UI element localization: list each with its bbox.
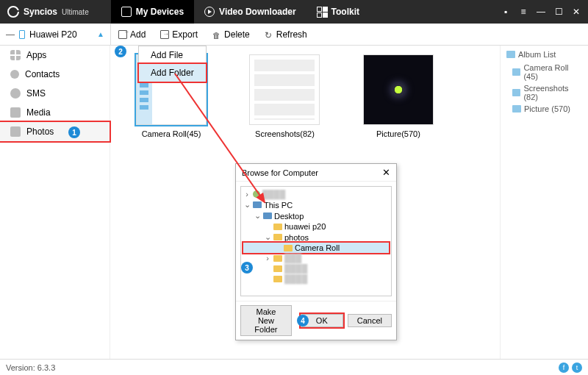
eject-icon[interactable]: ▲ bbox=[97, 30, 104, 38]
dialog-body: ›████ ⌄This PC ⌄Desktop huawei p20 ⌄phot… bbox=[236, 182, 396, 301]
add-icon bbox=[118, 30, 127, 39]
delete-button[interactable]: Delete bbox=[205, 24, 257, 45]
facebook-icon[interactable]: f bbox=[559, 362, 569, 373]
tree-row-desktop[interactable]: ⌄Desktop bbox=[243, 210, 389, 221]
apps-icon bbox=[10, 50, 21, 60]
cancel-button[interactable]: Cancel bbox=[348, 314, 392, 327]
social-links: f t bbox=[559, 362, 582, 373]
top-nav: My Devices Video Downloader Toolkit bbox=[111, 0, 370, 24]
add-file-item[interactable]: Add File bbox=[139, 46, 206, 64]
twitter-icon[interactable]: t bbox=[572, 362, 582, 373]
album-thumb bbox=[363, 54, 434, 125]
album-thumb bbox=[249, 54, 320, 125]
app-edition: Ultimate bbox=[62, 8, 89, 16]
refresh-icon bbox=[265, 30, 273, 39]
sidebar-item-media[interactable]: Media bbox=[0, 103, 110, 122]
sms-icon bbox=[10, 88, 21, 99]
album-label: Screenshots(82) bbox=[255, 129, 315, 138]
minimize-button[interactable]: — bbox=[537, 7, 545, 16]
play-icon bbox=[204, 7, 215, 17]
tree-row[interactable]: ›███ bbox=[243, 253, 389, 263]
close-button[interactable]: ✕ bbox=[572, 7, 581, 16]
add-label: Add bbox=[130, 29, 146, 40]
album-list-title-text: Album List bbox=[518, 50, 556, 59]
tree-row[interactable]: huawei p20 bbox=[243, 221, 389, 232]
folder-icon bbox=[273, 224, 282, 230]
device-name: Huawei P20 bbox=[29, 29, 77, 40]
tree-row[interactable]: ████ bbox=[243, 263, 389, 274]
browse-dialog: Browse for Computer ✕ ›████ ⌄This PC ⌄De… bbox=[235, 163, 397, 340]
album-label: Picture(570) bbox=[376, 129, 420, 138]
tree-row-this-pc[interactable]: ⌄This PC bbox=[243, 199, 389, 210]
album-list-title: Album List bbox=[506, 50, 582, 59]
version-text: Version: 6.3.3 bbox=[6, 363, 55, 372]
tree-row[interactable]: ████ bbox=[243, 274, 389, 284]
album-label: Camera Roll(45) bbox=[142, 129, 201, 138]
folder-icon bbox=[512, 89, 520, 96]
app-name: Syncios bbox=[24, 7, 57, 17]
add-button[interactable]: Add bbox=[111, 24, 153, 45]
sidebar-item-apps[interactable]: Apps bbox=[0, 46, 110, 65]
delete-label: Delete bbox=[224, 29, 250, 40]
device-phone-icon bbox=[19, 30, 25, 39]
pc-icon bbox=[253, 201, 262, 208]
refresh-label: Refresh bbox=[276, 29, 307, 40]
callout-badge-4: 4 bbox=[297, 315, 309, 326]
sidebar-item-sms[interactable]: SMS bbox=[0, 84, 110, 103]
sidebar-item-contacts[interactable]: Contacts bbox=[0, 65, 110, 84]
nav-video-downloader[interactable]: Video Downloader bbox=[194, 0, 306, 24]
tree-label: huawei p20 bbox=[284, 222, 326, 231]
folder-icon bbox=[273, 234, 282, 240]
album-screenshots[interactable]: Screenshots(82) bbox=[237, 54, 332, 138]
folder-icon bbox=[273, 255, 282, 262]
sidebar-item-label: Media bbox=[26, 107, 51, 118]
album-list-panel: Album List Camera Roll (45) Screenshots … bbox=[500, 46, 588, 359]
callout-badge-2: 2 bbox=[115, 46, 126, 57]
album-list-label: Screenshots (82) bbox=[523, 84, 582, 101]
tree-label: photos bbox=[284, 233, 309, 242]
user-icon bbox=[253, 190, 260, 198]
album-list-item[interactable]: Screenshots (82) bbox=[506, 82, 582, 103]
sidebar-item-label: Photos bbox=[26, 126, 54, 137]
feedback-icon[interactable]: ▪ bbox=[501, 7, 510, 16]
tree-row-camera-roll[interactable]: Camera Roll bbox=[243, 243, 389, 253]
album-list-item[interactable]: Picture (570) bbox=[506, 103, 582, 115]
nav-toolkit[interactable]: Toolkit bbox=[306, 0, 370, 24]
export-label: Export bbox=[172, 29, 198, 40]
folder-icon bbox=[512, 105, 521, 113]
sidebar-item-photos[interactable]: Photos bbox=[0, 122, 110, 141]
menu-icon[interactable]: ≡ bbox=[519, 7, 528, 16]
phone-icon bbox=[121, 7, 132, 17]
callout-badge-1: 1 bbox=[68, 126, 80, 138]
export-button[interactable]: Export bbox=[153, 24, 205, 45]
grid-icon bbox=[317, 7, 327, 17]
make-new-folder-button[interactable]: Make New Folder bbox=[240, 305, 292, 336]
window-controls: ▪ ≡ — ☐ ✕ bbox=[501, 7, 588, 16]
maximize-button[interactable]: ☐ bbox=[554, 7, 563, 16]
refresh-button[interactable]: Refresh bbox=[257, 24, 315, 45]
folder-tree[interactable]: ›████ ⌄This PC ⌄Desktop huawei p20 ⌄phot… bbox=[240, 186, 392, 296]
trash-icon bbox=[212, 30, 221, 39]
folder-icon bbox=[273, 265, 282, 272]
dialog-close-button[interactable]: ✕ bbox=[382, 167, 390, 178]
tree-row[interactable]: ›████ bbox=[243, 189, 389, 199]
album-picture[interactable]: Picture(570) bbox=[351, 54, 446, 138]
sidebar-item-label: SMS bbox=[26, 88, 46, 99]
nav-my-devices[interactable]: My Devices bbox=[111, 0, 194, 24]
dialog-buttons: Make New Folder OK Cancel bbox=[236, 301, 396, 340]
media-icon bbox=[10, 107, 21, 118]
album-list-label: Camera Roll (45) bbox=[523, 63, 582, 81]
device-bar: — Huawei P20 ▲ Add Export Delete Refresh bbox=[0, 24, 588, 46]
tree-row-photos[interactable]: ⌄photos bbox=[243, 232, 389, 243]
dialog-titlebar: Browse for Computer ✕ bbox=[236, 164, 396, 182]
add-folder-item[interactable]: Add Folder bbox=[139, 64, 206, 82]
tree-label: Camera Roll bbox=[295, 243, 340, 252]
status-bar: Version: 6.3.3 f t bbox=[0, 359, 588, 375]
photos-icon bbox=[10, 126, 21, 137]
app-header: Syncios Ultimate My Devices Video Downlo… bbox=[0, 0, 588, 24]
album-list-item[interactable]: Camera Roll (45) bbox=[506, 62, 582, 82]
album-list-label: Picture (570) bbox=[524, 104, 570, 113]
tree-label: This PC bbox=[264, 201, 293, 210]
syncios-logo-icon bbox=[7, 6, 19, 18]
device-selector[interactable]: — Huawei P20 ▲ bbox=[0, 29, 110, 40]
